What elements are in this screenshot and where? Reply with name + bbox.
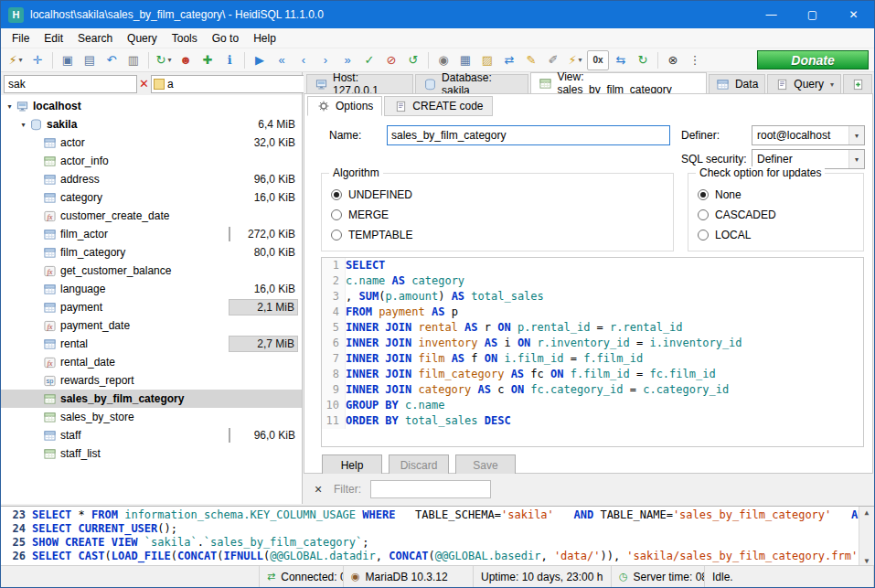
radio-algorithm-merge[interactable]: MERGE [331, 205, 664, 225]
check-option-group-title: Check option for updates [696, 166, 825, 179]
paste-icon[interactable]: ▤ [80, 50, 100, 70]
help-button[interactable]: Help [322, 454, 382, 476]
connect-icon[interactable]: ✛ [27, 50, 48, 70]
subtab-options[interactable]: Options [307, 96, 382, 116]
tab-host-127-0-0-1[interactable]: Host: 127.0.0.1 [306, 74, 413, 93]
tree-item-staff_list[interactable]: staff_list [1, 444, 302, 463]
definer-combo[interactable]: root@localhost ▾ [752, 125, 865, 145]
hex-view-icon[interactable]: 0x [587, 50, 609, 70]
overflow-icon[interactable]: ⋮ [685, 50, 705, 70]
tree-item-label: payment [57, 301, 102, 314]
sync-icon[interactable]: ↻ [633, 50, 653, 70]
tab-data[interactable]: Data [709, 74, 765, 93]
table-filter-input[interactable] [4, 75, 137, 93]
tree-item-actor[interactable]: actor32,0 KiB [1, 134, 302, 152]
nav-last-icon[interactable]: » [337, 50, 357, 70]
reload-icon[interactable]: ↺ [403, 50, 423, 70]
copy-icon[interactable]: ▣ [58, 50, 78, 70]
tree-item-actor_info[interactable]: actor_info [1, 152, 302, 170]
scroll-down-icon[interactable]: ▼ [865, 557, 870, 565]
tab-view-sales-by-film-category[interactable]: View: sales_by_film_category [530, 72, 707, 93]
tree-item-sakila[interactable]: ▾sakila6,4 MiB [1, 115, 302, 134]
tree-item-sales_by_store[interactable]: sales_by_store [1, 408, 302, 426]
dropdown-caret-icon[interactable]: ▾ [579, 56, 582, 64]
view-name-input[interactable] [387, 125, 670, 145]
tree-item-film_category[interactable]: film_category80,0 KiB [1, 243, 302, 262]
scroll-up-icon[interactable]: ▲ [865, 508, 870, 517]
bolt-icon[interactable]: ⚡▾ [565, 50, 585, 70]
tree-item-customer_create_date[interactable]: fxcustomer_create_date [1, 207, 302, 225]
tree-item-rental_date[interactable]: fxrental_date [1, 353, 302, 371]
create-database-icon[interactable]: ✚ [197, 50, 218, 70]
tree-item-localhost[interactable]: ▾localhost [1, 97, 302, 115]
tree-item-category[interactable]: category16,0 KiB [1, 188, 302, 207]
open-icon[interactable]: ▨ [477, 50, 497, 70]
tree-item-film_actor[interactable]: film_actor272,0 KiB [1, 225, 302, 243]
menu-edit[interactable]: Edit [37, 29, 70, 48]
filter-input[interactable] [370, 480, 491, 498]
menu-help[interactable]: Help [246, 29, 283, 48]
tree-item-payment_date[interactable]: fxpayment_date [1, 316, 302, 335]
menu-tools[interactable]: Tools [165, 29, 205, 48]
dropdown-caret-icon[interactable]: ▾ [19, 56, 23, 64]
cancel-operation-icon[interactable]: ⊗ [663, 50, 683, 70]
execute-icon[interactable]: ▶ [250, 50, 270, 70]
menu-go-to[interactable]: Go to [205, 29, 246, 48]
clear-table-filter-icon[interactable]: ✕ [139, 77, 149, 91]
expand-caret-icon[interactable]: ▾ [18, 121, 28, 129]
highlight-icon[interactable]: ✎ [521, 50, 541, 70]
print-icon[interactable]: ▥ [123, 50, 144, 70]
menu-search[interactable]: Search [70, 29, 120, 48]
save-button[interactable]: Save [455, 454, 516, 476]
apply-icon[interactable]: ✓ [359, 50, 379, 70]
tree-item-language[interactable]: language16,0 KiB [1, 280, 302, 298]
tree-item-address[interactable]: address96,0 KiB [1, 170, 302, 188]
menu-query[interactable]: Query [120, 29, 165, 48]
view-body-sql-editor[interactable]: 1SELECT2c.name AS category3, SUM(p.amoun… [321, 257, 864, 447]
tab-database-sakila[interactable]: Database: sakila [415, 74, 528, 93]
chevron-down-icon[interactable]: ▾ [848, 150, 864, 168]
close-button[interactable]: ✕ [833, 1, 874, 28]
log-scrollbar[interactable]: ▲ ▼ [859, 507, 874, 567]
discard-button[interactable]: Discard [389, 454, 449, 476]
minimize-button[interactable]: — [751, 1, 792, 28]
nav-next-icon[interactable]: › [315, 50, 336, 70]
undo-icon[interactable]: ↶ [101, 50, 122, 70]
data-filter-input[interactable] [167, 77, 309, 91]
radio-check-option-none[interactable]: None [698, 185, 854, 205]
tab-dropdown-icon[interactable]: ▾ [830, 80, 834, 89]
tree-item-get_customer_balance[interactable]: fxget_customer_balance [1, 262, 302, 280]
save-icon[interactable]: ▦ [455, 50, 475, 70]
menu-file[interactable]: File [5, 29, 37, 48]
close-filter-icon[interactable]: × [312, 482, 325, 497]
maximize-button[interactable]: ▢ [792, 1, 833, 28]
tree-item-rental[interactable]: rental2,7 MiB [1, 335, 302, 353]
radio-check-option-local[interactable]: LOCAL [698, 225, 854, 245]
session-manager-icon[interactable]: ⚡▾ [5, 50, 26, 70]
subtab-create-code[interactable]: CREATE code [384, 96, 492, 116]
tree-item-sales_by_film_category[interactable]: sales_by_film_category [1, 390, 302, 408]
find-icon[interactable]: ◉ [433, 50, 454, 70]
edit-icon[interactable]: ✐ [543, 50, 563, 70]
user-manager-icon[interactable]: ☻ [176, 50, 196, 70]
radio-check-option-cascaded[interactable]: CASCADED [698, 205, 854, 225]
radio-algorithm-undefined[interactable]: UNDEFINED [331, 185, 664, 205]
chevron-down-icon[interactable]: ▾ [848, 126, 864, 144]
expand-caret-icon[interactable]: ▾ [5, 102, 15, 111]
tree-item-staff[interactable]: staff96,0 KiB [1, 426, 302, 444]
tab-new-query[interactable] [843, 74, 872, 93]
swap-icon[interactable]: ⇆ [611, 50, 631, 70]
radio-algorithm-temptable[interactable]: TEMPTABLE [331, 225, 664, 245]
nav-prev-icon[interactable]: ‹ [293, 50, 314, 70]
server-info-icon[interactable]: ℹ [219, 50, 240, 70]
tree-item-payment[interactable]: payment2,1 MiB [1, 298, 302, 316]
refresh-icon[interactable]: ↻▾ [154, 50, 174, 70]
deny-icon[interactable]: ⊘ [381, 50, 401, 70]
tab-query[interactable]: Query▾ [767, 74, 841, 93]
export-icon[interactable]: ⇄ [499, 50, 519, 70]
donate-button[interactable]: Donate [757, 50, 869, 69]
nav-first-icon[interactable]: « [272, 50, 292, 70]
sql-log-panel[interactable]: ▲ ▼ 23SELECT * FROM information_schema.K… [1, 506, 874, 567]
tree-item-rewards_report[interactable]: sprewards_report [1, 371, 302, 390]
dropdown-caret-icon[interactable]: ▾ [167, 56, 171, 64]
